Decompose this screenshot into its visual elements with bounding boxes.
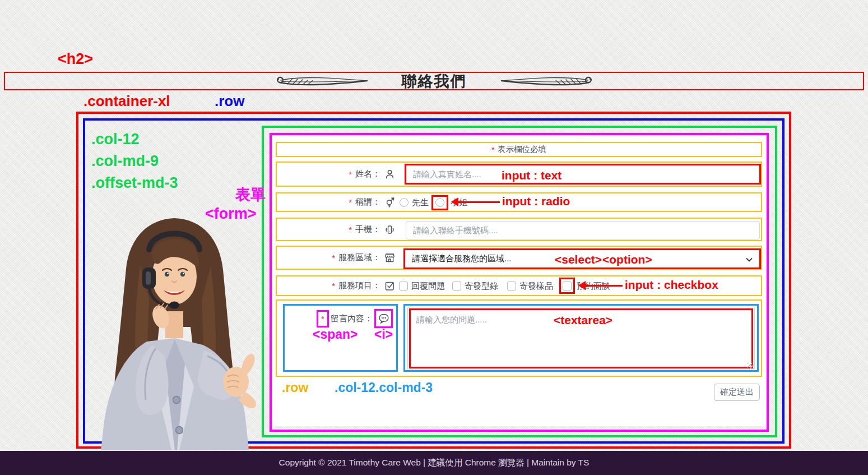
- textarea-wrap: <textarea>: [407, 307, 755, 370]
- service-checkbox-2[interactable]: [507, 282, 516, 290]
- required-star: *: [491, 145, 495, 154]
- submit-button[interactable]: 確定送出: [714, 384, 760, 401]
- footer: Copyright © 2021 Timothy Care Web | 建議使用…: [0, 451, 868, 475]
- phone-vibrate-icon: [384, 224, 396, 236]
- h2-tag-annotation: <h2>: [58, 50, 93, 68]
- col-md-9-annotation: .col-md-9: [91, 150, 178, 172]
- salutation-radio-ms[interactable]: [435, 198, 444, 207]
- phone-input-wrap: [406, 221, 760, 239]
- chevron-down-icon: [745, 255, 754, 264]
- flourish-right-icon: [499, 75, 595, 88]
- required-star: *: [321, 314, 324, 324]
- name-label: 姓名：: [355, 169, 380, 179]
- row-annotation-bottom: .row: [282, 380, 308, 395]
- salutation-label-cell: * 稱謂：: [277, 193, 401, 211]
- message-textarea[interactable]: [411, 310, 751, 367]
- message-row: * 留言內容： <span> <i>: [276, 299, 762, 377]
- span-tag-annotation: <span>: [313, 327, 358, 342]
- col-class-annotations: .col-12 .col-md-9 .offset-md-3: [91, 128, 178, 194]
- required-star: *: [332, 253, 335, 262]
- name-input[interactable]: [406, 165, 759, 183]
- phone-label: 手機：: [355, 224, 380, 235]
- check-square-icon: [384, 280, 396, 292]
- message-label: 留言內容：: [331, 313, 373, 324]
- required-star: *: [349, 169, 352, 179]
- region-label-cell: * 服務區域：: [277, 252, 401, 264]
- service-agent-photo: [86, 215, 262, 450]
- page-title: 聯絡我們: [402, 71, 467, 91]
- name-row: * 姓名： input : text: [276, 162, 762, 187]
- textarea-outline: <textarea>: [409, 308, 753, 368]
- col-12-md-3-annotation: .col-12.col-md-3: [335, 380, 433, 395]
- footer-text: Copyright © 2021 Timothy Care Web | 建議使用…: [279, 457, 590, 469]
- shop-icon: [384, 252, 396, 264]
- services-label-cell: * 服務項目：: [277, 276, 401, 295]
- required-note: 表示欄位必填: [498, 144, 546, 155]
- salutation-option-mr: 先生: [412, 197, 429, 208]
- service-option-0: 回覆問題: [411, 281, 445, 292]
- region-select[interactable]: 請選擇適合服務您的區域... <select> <option>: [403, 248, 761, 269]
- service-option-1: 寄發型錄: [465, 281, 498, 292]
- services-row: * 服務項目： 回覆問題 寄發型錄 寄發樣品 預約面談 input : chec…: [276, 275, 762, 296]
- salutation-label: 稱謂：: [355, 197, 380, 207]
- container-xl-annotation: .container-xl: [83, 93, 170, 110]
- row-annotation-top: .row: [215, 93, 244, 110]
- form-zh-annotation: 表單: [235, 185, 266, 205]
- checkbox-arrow-line: [584, 285, 623, 287]
- salutation-radio-mr[interactable]: [400, 198, 409, 207]
- services-label: 服務項目：: [338, 280, 380, 291]
- required-note-row: * 表示欄位必填: [276, 142, 762, 157]
- required-star: *: [349, 225, 352, 234]
- i-tag-annotation: <i>: [374, 327, 393, 342]
- select-tag-annotation: <select>: [555, 253, 602, 266]
- phone-input[interactable]: [406, 222, 759, 239]
- person-icon: [384, 168, 396, 180]
- required-star: *: [332, 281, 335, 290]
- region-row: * 服務區域： 請選擇適合服務您的區域... <select> <option>: [276, 246, 762, 270]
- region-label: 服務區域：: [338, 252, 380, 263]
- phone-row: * 手機：: [276, 218, 762, 241]
- gender-icon: [384, 196, 396, 208]
- input-checkbox-annotation: input : checkbox: [625, 278, 718, 292]
- page: <h2> 聯絡我們: [0, 0, 868, 475]
- flourish-left-icon: [274, 75, 369, 88]
- service-checkbox-0[interactable]: [399, 282, 408, 290]
- message-label-col: * 留言內容： <span> <i>: [283, 304, 398, 372]
- textarea-resize-grip[interactable]: [748, 363, 754, 369]
- option-tag-annotation: <option>: [602, 253, 652, 266]
- region-select-value: 請選擇適合服務您的區域...: [412, 253, 512, 264]
- radio-arrow-line: [457, 201, 500, 203]
- input-radio-annotation: input : radio: [502, 195, 570, 208]
- message-label-group: * 留言內容：: [317, 309, 393, 328]
- page-title-band: 聯絡我們: [4, 72, 864, 90]
- span-highlight-box: *: [317, 310, 329, 328]
- required-star: *: [349, 197, 352, 207]
- i-highlight-box: [374, 309, 393, 328]
- service-option-2: 寄發樣品: [519, 281, 553, 292]
- col-12-annotation: .col-12: [91, 128, 178, 150]
- chat-dots-icon: [378, 312, 390, 325]
- message-input-col: <textarea>: [403, 304, 759, 372]
- offset-md-3-annotation: .offset-md-3: [91, 172, 178, 194]
- service-checkbox-1[interactable]: [452, 282, 461, 290]
- name-label-cell: * 姓名：: [277, 168, 401, 180]
- name-input-outline: input : text: [405, 164, 761, 185]
- service-checkbox-3[interactable]: [563, 282, 572, 290]
- salutation-row: * 稱謂： 先生 小姐 input : radio: [276, 192, 762, 212]
- phone-label-cell: * 手機：: [277, 224, 401, 236]
